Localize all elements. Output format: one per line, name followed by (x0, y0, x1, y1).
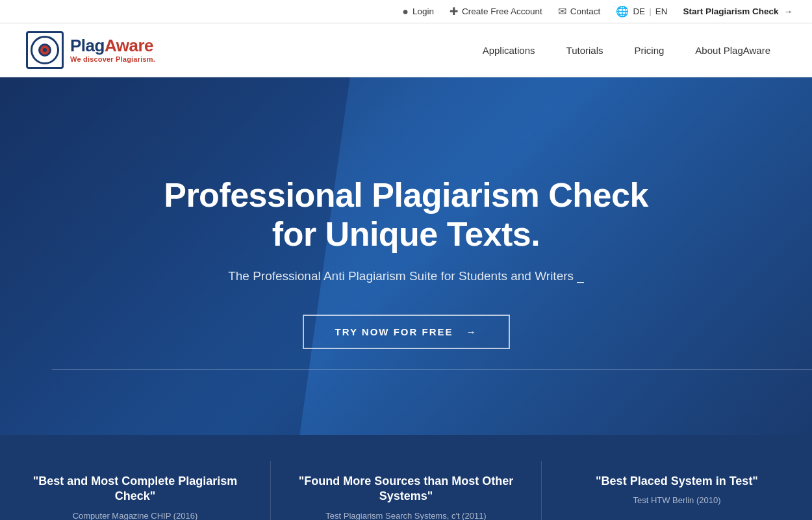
hero-subtitle-text: The Professional Anti Plagiarism Suite f… (228, 269, 584, 283)
create-account-label: Create Free Account (462, 6, 542, 16)
nav-links: Applications Tutorials Pricing About Pla… (467, 38, 786, 62)
create-account-link[interactable]: ✚ Create Free Account (450, 5, 542, 18)
testimonial-0-quote: "Best and Most Complete Plagiarism Check… (26, 474, 244, 504)
hero-cta-arrow: → (466, 326, 477, 337)
hero-cta-label: TRY NOW FOR FREE (335, 326, 453, 337)
hero-divider (52, 369, 812, 370)
contact-link[interactable]: ✉ Contact (558, 5, 601, 18)
arrow-icon: → (784, 6, 793, 16)
testimonial-1: "Found More Sources than Most Other Syst… (271, 461, 542, 520)
logo-tagline-post: Plagiarism. (114, 55, 155, 63)
testimonial-2: "Best Placed System in Test" Test HTW Be… (542, 461, 812, 520)
start-check-label: Start Plagiarism Check (683, 6, 778, 16)
hero-section: Professional Plagiarism Check for Unique… (0, 77, 812, 435)
hero-subtitle: The Professional Anti Plagiarism Suite f… (164, 269, 648, 283)
start-plagiarism-check-link[interactable]: Start Plagiarism Check → (683, 6, 793, 16)
logo-tagline-pre: We dis (70, 55, 94, 63)
nav-pricing[interactable]: Pricing (619, 38, 680, 62)
hero-title-line1: Professional Plagiarism Check (164, 176, 648, 214)
globe-icon: 🌐 (616, 5, 629, 18)
lang-de: DE (633, 6, 645, 16)
user-icon: ● (402, 6, 409, 18)
logo-tagline-highlight: cover (94, 55, 113, 63)
nav-applications[interactable]: Applications (467, 38, 551, 62)
testimonial-0-source: Computer Magazine CHIP (2016) (26, 511, 244, 520)
hero-content: Professional Plagiarism Check for Unique… (164, 176, 648, 350)
nav-tutorials[interactable]: Tutorials (551, 38, 619, 62)
mail-icon: ✉ (558, 5, 566, 18)
logo-tagline: We discover Plagiarism. (70, 55, 155, 63)
hero-title-line2: for Unique Texts. (272, 215, 540, 253)
hero-title: Professional Plagiarism Check for Unique… (164, 176, 648, 254)
add-user-icon: ✚ (450, 5, 458, 18)
language-switcher[interactable]: 🌐 DE | EN (616, 5, 667, 18)
testimonial-0: "Best and Most Complete Plagiarism Check… (0, 461, 271, 520)
logo-text-block: PlagAware We discover Plagiarism. (70, 37, 155, 63)
logo-text: PlagAware (70, 37, 155, 54)
login-link[interactable]: ● Login (402, 6, 434, 18)
lang-en: EN (655, 6, 668, 16)
testimonial-1-quote: "Found More Sources than Most Other Syst… (297, 474, 515, 504)
logo-icon-wrapper (26, 31, 64, 69)
topbar: ● Login ✚ Create Free Account ✉ Contact … (0, 0, 812, 23)
logo-link[interactable]: PlagAware We discover Plagiarism. (26, 31, 155, 69)
testimonials-section: "Best and Most Complete Plagiarism Check… (0, 435, 812, 520)
logo-icon-dot (38, 44, 51, 57)
main-navbar: PlagAware We discover Plagiarism. Applic… (0, 23, 812, 77)
testimonial-2-quote: "Best Placed System in Test" (568, 474, 786, 489)
contact-label: Contact (570, 6, 601, 16)
hero-cta-button[interactable]: TRY NOW FOR FREE → (303, 315, 510, 349)
lang-divider: | (649, 6, 652, 16)
logo-icon-circle (31, 36, 59, 64)
logo-plag: Plag (70, 36, 105, 55)
logo-aware: Aware (105, 36, 153, 55)
login-label: Login (412, 6, 434, 16)
testimonial-2-source: Test HTW Berlin (2010) (568, 495, 786, 505)
nav-about[interactable]: About PlagAware (679, 38, 786, 62)
testimonial-1-source: Test Plagiarism Search Systems, c't (201… (297, 511, 515, 520)
